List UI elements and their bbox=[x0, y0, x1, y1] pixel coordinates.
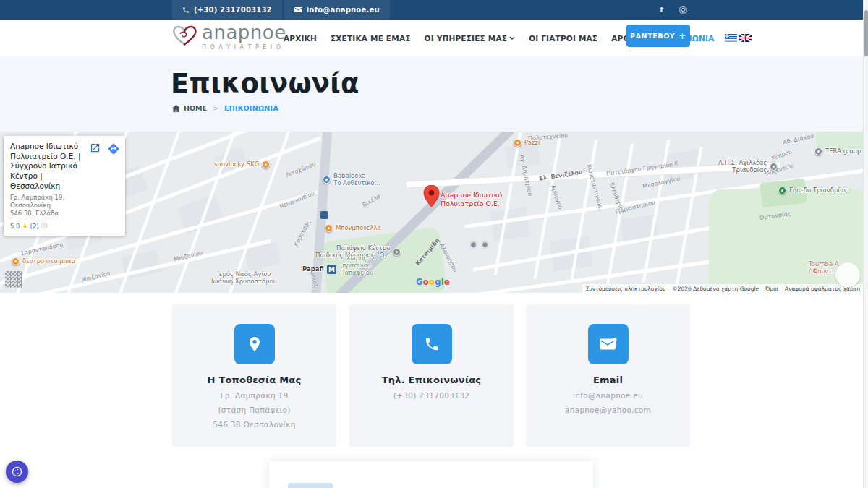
terms-link[interactable]: Όροι bbox=[765, 286, 778, 292]
card-line: (στάση Παπάφειο) bbox=[172, 406, 336, 414]
map-poi-babalooka[interactable]: BabalookaΤο Αυθεντικό... bbox=[323, 172, 380, 187]
restaurant-poi-icon bbox=[325, 224, 333, 232]
topbar-phone-link[interactable]: (+30) 2317003132 bbox=[172, 0, 282, 20]
appointment-button[interactable]: ΡΑΝΤΕΒΟΥ+ bbox=[626, 25, 690, 47]
card-line: Γρ. Λαμπράκη 19 bbox=[172, 391, 336, 400]
map-pan-control[interactable] bbox=[835, 262, 860, 287]
email-icon bbox=[588, 324, 629, 364]
home-icon bbox=[172, 105, 180, 112]
directions-icon[interactable] bbox=[107, 142, 120, 155]
map-poi-achilleas[interactable]: Α.Π.Σ. ΑχιλλέαςΤριανδρίας bbox=[718, 159, 778, 174]
bus-stop-icon[interactable] bbox=[320, 211, 328, 219]
chevron-down-icon bbox=[509, 36, 515, 40]
email-card: Email info@anapnoe.eu anapnoe@yahoo.com bbox=[526, 304, 690, 447]
card-line: 546 38 Θεσσαλονίκη bbox=[172, 420, 336, 429]
contact-form-card bbox=[269, 461, 593, 488]
page-scrollbar[interactable] bbox=[863, 0, 868, 488]
open-in-new-icon[interactable] bbox=[90, 142, 101, 153]
map-street bbox=[642, 140, 671, 283]
card-title: Τηλ. Επικοινωνίας bbox=[349, 374, 514, 385]
map-street-label: Λιτοχώρου bbox=[285, 160, 317, 179]
greek-flag-icon[interactable] bbox=[725, 34, 737, 42]
topbar-phone-text: (+30) 2317003132 bbox=[194, 6, 272, 14]
breadcrumb: HOME > ΕΠΙΚΟΙΝΩΝΙΑ bbox=[172, 104, 278, 112]
phone-card: Τηλ. Επικοινωνίας (+30) 2317003132 bbox=[349, 304, 514, 447]
map-poi-bar[interactable]: δεντρο στο μπαρ bbox=[12, 257, 75, 265]
clinic-map-marker[interactable] bbox=[423, 185, 440, 210]
facebook-icon[interactable]: f bbox=[660, 6, 663, 14]
map-poi-souvlucky[interactable]: souvlucky SKG bbox=[214, 160, 270, 168]
location-card: Η Τοποθεσία Μας Γρ. Λαμπράκη 19 (στάση Π… bbox=[172, 304, 336, 447]
map-copyright: ©2026 Δεδομένα χάρτη Google bbox=[672, 286, 759, 292]
metro-station-icon: M bbox=[327, 265, 336, 274]
phone-icon bbox=[412, 324, 452, 364]
map-poi-bonbonella[interactable]: Μπονμπονελλα bbox=[325, 224, 381, 232]
nav-item-home[interactable]: ΑΡΧΙΚΗ bbox=[284, 34, 317, 43]
envelope-icon bbox=[294, 7, 302, 13]
info-card-title: Αnapnoe Ιδιωτικό Πολυιατρείο Ο.Ε. | Σύγχ… bbox=[10, 142, 88, 191]
site-logo[interactable]: anapnoe ΠΟΛΥΙΑΤΡΕΙΟ bbox=[171, 23, 286, 51]
card-line: info@anapnoe.eu bbox=[526, 391, 690, 400]
heart-logo-icon bbox=[171, 23, 199, 51]
info-icon[interactable]: ⓘ bbox=[41, 221, 48, 231]
building-poi-icon bbox=[393, 248, 401, 256]
transit-stop-icon[interactable] bbox=[470, 241, 477, 248]
star-icon: ★ bbox=[22, 223, 28, 230]
map-street-label: Αθ. Διάκου bbox=[783, 133, 814, 146]
topbar: (+30) 2317003132 info@anapnoe.eu f bbox=[0, 0, 868, 20]
map-park-label: ΧώροςπρασίνουΠαπάφειου bbox=[340, 254, 373, 277]
google-logo[interactable]: Google bbox=[416, 277, 450, 287]
restaurant-poi-icon bbox=[514, 139, 522, 147]
logo-name: anapnoe bbox=[202, 23, 286, 42]
clinic-marker-label: Αnapnoe ΙδιωτικόΠολυιατρείο Ο.Ε. | bbox=[441, 191, 504, 208]
form-element-stub bbox=[288, 483, 333, 488]
map-street-label: Κορυτσάς bbox=[293, 219, 312, 247]
restaurant-poi-icon bbox=[262, 160, 270, 168]
map-church-label: Ιερός Ναός ΑγίουΙωάννη Χρυσοστόμου bbox=[211, 270, 277, 285]
uk-flag-icon[interactable] bbox=[739, 34, 752, 42]
cookie-consent-button[interactable] bbox=[6, 461, 28, 483]
nav-item-about[interactable]: ΣΧΕΤΙΚΑ ΜΕ ΕΜΑΣ bbox=[331, 34, 411, 43]
transit-stop-icon[interactable] bbox=[482, 241, 488, 248]
topbar-email-text: info@anapnoe.eu bbox=[307, 6, 380, 14]
shop-poi-icon bbox=[323, 176, 331, 184]
page-root: (+30) 2317003132 info@anapnoe.eu f anapn… bbox=[0, 0, 868, 488]
nav-item-doctors[interactable]: ΟΙ ΓΙΑΤΡΟΙ ΜΑΣ bbox=[529, 34, 597, 43]
scrollbar-thumb[interactable] bbox=[864, 10, 868, 56]
stadium-poi-icon bbox=[778, 187, 786, 194]
map-street-label: Αμοργού bbox=[550, 184, 563, 210]
reviews-link[interactable]: (2) bbox=[30, 223, 39, 230]
logo-tagline: ΠΟΛΥΙΑΤΡΕΙΟ bbox=[202, 44, 286, 51]
card-title: Η Τοποθεσία Μας bbox=[172, 374, 336, 385]
map-tile-artifact bbox=[5, 271, 22, 288]
breadcrumb-separator: > bbox=[213, 104, 218, 112]
map-attribution: Συντομεύσεις πληκτρολογίου ©2026 Δεδομέν… bbox=[582, 284, 864, 293]
info-card-address: Γρ. Λαμπράκη 19, Θεσσαλονίκη546 38, Ελλά… bbox=[10, 194, 101, 218]
topbar-email-link[interactable]: info@anapnoe.eu bbox=[284, 0, 390, 20]
plus-icon: + bbox=[678, 31, 686, 41]
contact-section: Η Τοποθεσία Μας Γρ. Λαμπράκη 19 (στάση Π… bbox=[0, 293, 868, 488]
card-line: (+30) 2317003132 bbox=[349, 391, 514, 400]
breadcrumb-current: ΕΠΙΚΟΙΝΩΝΙΑ bbox=[224, 104, 278, 112]
bar-poi-icon bbox=[12, 257, 20, 265]
card-line: anapnoe@yahoo.com bbox=[526, 406, 690, 414]
club-poi-icon bbox=[770, 163, 778, 171]
instagram-icon[interactable] bbox=[679, 6, 687, 14]
google-map[interactable]: Λιτοχώρου Νευροκοπίου Βικέλα Σαρανταπόρο… bbox=[0, 132, 868, 293]
phone-icon bbox=[182, 7, 190, 14]
cookie-icon bbox=[11, 466, 23, 478]
map-poi-gipedo[interactable]: Γήπεδο Τριανδρίας bbox=[778, 187, 848, 194]
breadcrumb-home[interactable]: HOME bbox=[172, 104, 207, 112]
page-title: Επικοινωνία bbox=[171, 68, 359, 99]
map-info-card: Αnapnoe Ιδιωτικό Πολυιατρείο Ο.Ε. | Σύγχ… bbox=[4, 136, 125, 236]
map-poi-tera-group[interactable]: TERA group bbox=[814, 147, 861, 155]
card-title: Email bbox=[526, 374, 690, 385]
office-poi-icon bbox=[814, 147, 822, 155]
map-poi-pazzi[interactable]: Pazzi bbox=[514, 139, 540, 147]
map-poi-papafi-station[interactable]: M Papafi bbox=[302, 265, 336, 274]
keyboard-shortcuts-link[interactable]: Συντομεύσεις πληκτρολογίου bbox=[586, 286, 666, 292]
main-header: anapnoe ΠΟΛΥΙΑΤΡΕΙΟ ΑΡΧΙΚΗ ΣΧΕΤΙΚΑ ΜΕ ΕΜ… bbox=[0, 20, 868, 56]
map-street-label: Βικέλα bbox=[362, 193, 382, 208]
info-card-rating: 5.0 ★ (2) ⓘ bbox=[10, 221, 119, 231]
nav-item-services[interactable]: ΟΙ ΥΠΗΡΕΣΙΕΣ ΜΑΣ bbox=[425, 34, 516, 43]
